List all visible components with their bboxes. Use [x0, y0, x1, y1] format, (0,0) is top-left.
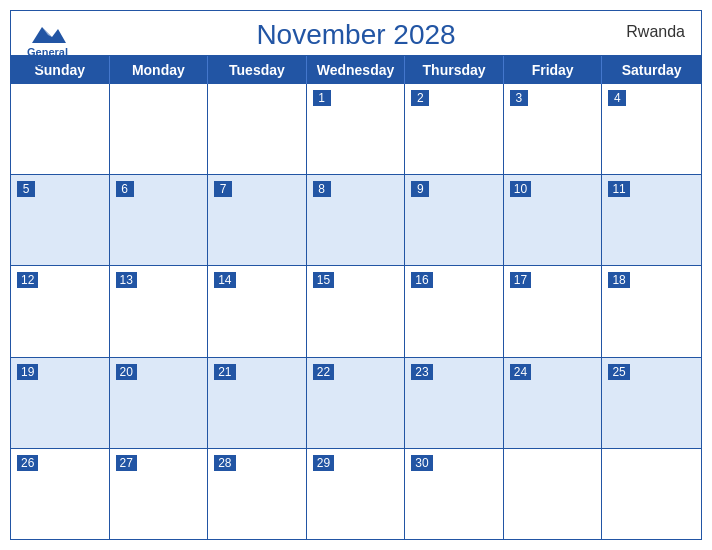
day-cell: 1: [307, 84, 406, 174]
country-label: Rwanda: [626, 23, 685, 41]
day-cell: 8: [307, 175, 406, 265]
day-cell: 10: [504, 175, 603, 265]
day-number: 30: [411, 455, 432, 471]
day-number: 9: [411, 181, 429, 197]
day-cell: 21: [208, 358, 307, 448]
day-cell: 19: [11, 358, 110, 448]
day-header-saturday: Saturday: [602, 56, 701, 84]
day-cell: 3: [504, 84, 603, 174]
day-header-monday: Monday: [110, 56, 209, 84]
week-row-4: 19202122232425: [11, 358, 701, 449]
day-cell: 18: [602, 266, 701, 356]
day-number: 18: [608, 272, 629, 288]
day-number: 27: [116, 455, 137, 471]
day-number: 21: [214, 364, 235, 380]
day-cell: 12: [11, 266, 110, 356]
day-number: 15: [313, 272, 334, 288]
calendar: General Blue November 2028 Rwanda Sunday…: [10, 10, 702, 540]
day-number: 28: [214, 455, 235, 471]
day-header-friday: Friday: [504, 56, 603, 84]
day-cell: 2: [405, 84, 504, 174]
day-cell: [208, 84, 307, 174]
day-cell: [110, 84, 209, 174]
day-number: 7: [214, 181, 232, 197]
day-number: 20: [116, 364, 137, 380]
day-cell: 14: [208, 266, 307, 356]
day-cell: 24: [504, 358, 603, 448]
weeks-container: 1234567891011121314151617181920212223242…: [11, 84, 701, 539]
week-row-2: 567891011: [11, 175, 701, 266]
logo-text-blue: Blue: [36, 58, 60, 69]
day-cell: 29: [307, 449, 406, 539]
day-number: 22: [313, 364, 334, 380]
day-number: 12: [17, 272, 38, 288]
day-cell: 26: [11, 449, 110, 539]
day-number: 16: [411, 272, 432, 288]
day-cell: 28: [208, 449, 307, 539]
logo-icon: [28, 19, 66, 47]
day-cell: 23: [405, 358, 504, 448]
day-number: 25: [608, 364, 629, 380]
day-header-tuesday: Tuesday: [208, 56, 307, 84]
day-cell: [602, 449, 701, 539]
day-number: 5: [17, 181, 35, 197]
day-number: 19: [17, 364, 38, 380]
day-number: 3: [510, 90, 528, 106]
day-cell: 4: [602, 84, 701, 174]
week-row-1: 1234: [11, 84, 701, 175]
day-headers-row: SundayMondayTuesdayWednesdayThursdayFrid…: [11, 56, 701, 84]
day-cell: 25: [602, 358, 701, 448]
logo: General Blue: [27, 19, 68, 69]
day-cell: 5: [11, 175, 110, 265]
day-number: 29: [313, 455, 334, 471]
day-number: 23: [411, 364, 432, 380]
day-number: 13: [116, 272, 137, 288]
day-cell: 15: [307, 266, 406, 356]
calendar-title: November 2028: [27, 19, 685, 51]
day-number: 24: [510, 364, 531, 380]
day-number: 17: [510, 272, 531, 288]
day-header-wednesday: Wednesday: [307, 56, 406, 84]
day-number: 2: [411, 90, 429, 106]
day-cell: 9: [405, 175, 504, 265]
day-cell: 22: [307, 358, 406, 448]
week-row-5: 2627282930: [11, 449, 701, 539]
day-number: 1: [313, 90, 331, 106]
calendar-grid: SundayMondayTuesdayWednesdayThursdayFrid…: [11, 55, 701, 539]
day-number: 8: [313, 181, 331, 197]
day-cell: 20: [110, 358, 209, 448]
day-number: 14: [214, 272, 235, 288]
day-cell: 6: [110, 175, 209, 265]
day-number: 10: [510, 181, 531, 197]
day-cell: [504, 449, 603, 539]
calendar-header: General Blue November 2028 Rwanda: [11, 11, 701, 55]
week-row-3: 12131415161718: [11, 266, 701, 357]
day-cell: 27: [110, 449, 209, 539]
day-cell: 17: [504, 266, 603, 356]
day-cell: 13: [110, 266, 209, 356]
day-number: 11: [608, 181, 629, 197]
day-number: 6: [116, 181, 134, 197]
day-header-thursday: Thursday: [405, 56, 504, 84]
day-cell: 7: [208, 175, 307, 265]
day-cell: 30: [405, 449, 504, 539]
day-number: 26: [17, 455, 38, 471]
day-cell: [11, 84, 110, 174]
day-cell: 11: [602, 175, 701, 265]
day-cell: 16: [405, 266, 504, 356]
day-number: 4: [608, 90, 626, 106]
